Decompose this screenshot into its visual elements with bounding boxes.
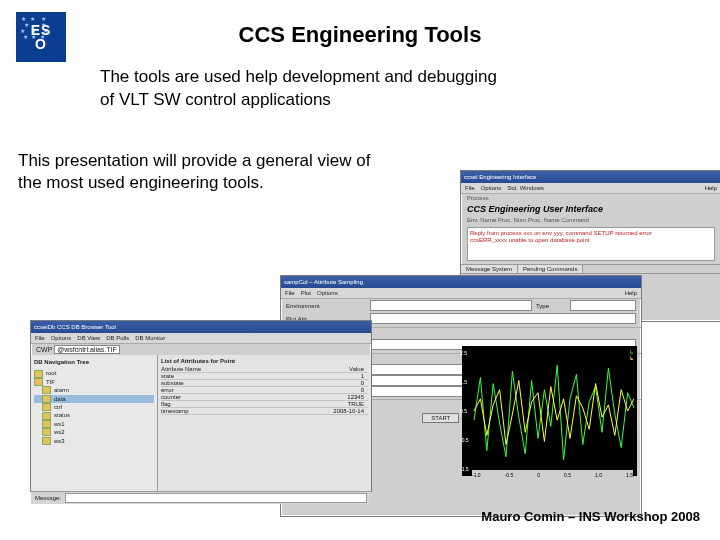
slide-title: CCS Engineering Tools — [0, 22, 720, 48]
attr-row: timestamp2008-10-14 — [161, 408, 368, 415]
eui-process: Process — [461, 194, 720, 202]
folder-icon — [42, 412, 51, 420]
folder-icon — [42, 395, 51, 403]
attrs-title: List of Attributes for Point — [161, 358, 368, 364]
folder-icon — [34, 370, 43, 378]
menu-item: DB Polls — [106, 335, 129, 341]
menu-item: Options — [51, 335, 72, 341]
menu-windows: Std. Windows — [507, 185, 544, 191]
db-cwp-label: CWP — [36, 346, 52, 353]
menu-options: Options — [481, 185, 502, 191]
tree-item-selected: data — [34, 395, 154, 403]
folder-icon — [42, 420, 51, 428]
folder-icon — [42, 428, 51, 436]
db-cwp-value: @wsfcntrl:alias.TIF — [54, 345, 120, 354]
attr-row: Attribute NameValue — [161, 366, 368, 373]
db-message-field — [65, 493, 367, 503]
menu-file: File — [465, 185, 475, 191]
menu-item: Plot — [301, 290, 311, 296]
tree-item: ctrl — [34, 403, 154, 411]
db-attrs: List of Attributes for Point Attribute N… — [158, 355, 371, 491]
menu-item: File — [35, 335, 45, 341]
folder-icon — [42, 386, 51, 394]
tree-item: ws1 — [34, 420, 154, 428]
samp-env-field — [370, 300, 532, 311]
tree-item: root — [34, 369, 154, 377]
samp-type-label: Type — [536, 303, 566, 309]
tree-item: ws2 — [34, 428, 154, 436]
start-button: START — [422, 413, 459, 423]
plot-yticks: 2.5 1.5 0.5 -0.5 -1.5 — [460, 346, 469, 476]
folder-icon — [42, 437, 51, 445]
tree-item: ws3 — [34, 437, 154, 445]
eui-tabs: Message System Pending Commands — [461, 264, 720, 274]
attr-row: error0 — [161, 387, 368, 394]
samp-type-field — [570, 300, 636, 311]
plot-xticks: -1.0 -0.5 0 0.5 1.0 1.5 — [472, 470, 633, 478]
tree-item: alarm — [34, 386, 154, 394]
tree-title: DB Navigation Tree — [34, 358, 154, 366]
folder-icon — [42, 403, 51, 411]
samp-plot: I₀ I₁ 2.5 1.5 0.5 -0.5 -1.5 -1.0 -0.5 — [462, 346, 637, 476]
eui-tab-1: Pending Commands — [518, 265, 583, 273]
menu-item: DB View — [77, 335, 100, 341]
eui-titlebar: ccsel Engineering Interface — [461, 171, 720, 183]
db-window: ccseiDb CCS DB Browser Tool File Options… — [30, 320, 372, 492]
menu-item: Options — [317, 290, 338, 296]
samp-plot-field — [370, 313, 636, 324]
samp-menu: File Plot Options Help — [281, 288, 641, 299]
eui-fields: Env. Name Proc. Num Proc. Name Command — [461, 216, 720, 224]
menu-item: DB Monitor — [135, 335, 165, 341]
attr-row: counter12345 — [161, 394, 368, 401]
tree-item: TIF — [34, 378, 154, 386]
footer: Mauro Comin – INS Workshop 2008 — [481, 509, 700, 524]
menu-help: Help — [705, 185, 717, 191]
attr-row: flagTRUE — [161, 401, 368, 408]
folder-icon — [34, 378, 43, 386]
samp-titlebar: sampCol – Attribute Sampling — [281, 276, 641, 288]
subtitle: The tools are used help development and … — [100, 66, 497, 112]
eui-heading: CCS Engineering User Interface — [461, 202, 720, 216]
samp-env-label: Environment — [286, 303, 366, 309]
db-tree: DB Navigation Tree root TIF alarm data c… — [31, 355, 158, 491]
eui-tab-0: Message System — [461, 265, 518, 273]
tree-item: status — [34, 411, 154, 419]
db-menu: File Options DB View DB Polls DB Monitor — [31, 333, 371, 344]
menu-item: File — [285, 290, 295, 296]
menu-item: Help — [625, 290, 637, 296]
eui-menu: File Options Std. Windows Help — [461, 183, 720, 194]
db-message-label: Message: — [35, 495, 61, 501]
eui-log-text: Reply from process xxx on env yyy, comma… — [467, 227, 715, 261]
attr-row: state1 — [161, 373, 368, 380]
attr-row: substate0 — [161, 380, 368, 387]
db-titlebar: ccseiDb CCS DB Browser Tool — [31, 321, 371, 333]
